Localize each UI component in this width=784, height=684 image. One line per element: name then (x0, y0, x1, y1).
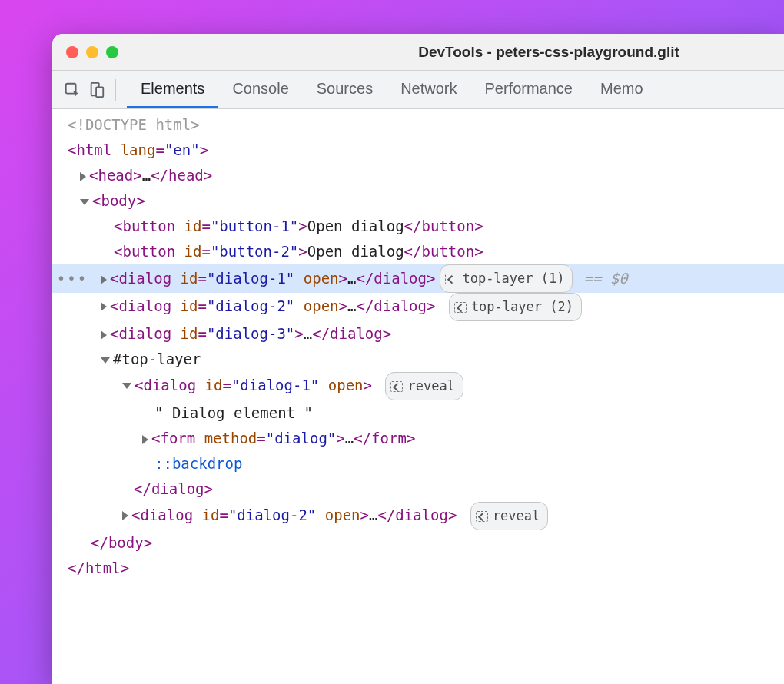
close-window-button[interactable] (66, 46, 78, 58)
tab-network[interactable]: Network (387, 71, 470, 108)
dom-body-close[interactable]: </body> (52, 530, 784, 556)
tab-sources[interactable]: Sources (303, 71, 387, 108)
dom-tl-dialog-1-open[interactable]: <dialog id="dialog-1" open> reveal (52, 372, 784, 400)
devtools-window: DevTools - peters-css-playground.glit El… (52, 34, 784, 684)
dom-tl-dialog-text[interactable]: " Dialog element " (52, 400, 784, 426)
device-toolbar-icon[interactable] (86, 79, 108, 101)
expand-arrow-icon[interactable] (101, 302, 107, 311)
expand-arrow-icon[interactable] (101, 330, 107, 340)
reveal-icon (445, 274, 457, 284)
reveal-badge[interactable]: reveal (470, 502, 548, 530)
expand-arrow-icon[interactable] (80, 172, 86, 181)
dom-button-2[interactable]: <button id="button-2">Open dialog</butto… (52, 239, 784, 264)
dom-body-open[interactable]: <body> (52, 188, 784, 214)
dom-tl-form[interactable]: <form method="dialog">…</form> (52, 426, 784, 451)
dom-html-close[interactable]: </html> (52, 556, 784, 581)
svg-rect-2 (96, 87, 103, 97)
dom-tl-dialog-1-close[interactable]: </dialog> (52, 476, 784, 502)
collapse-arrow-icon[interactable] (122, 383, 131, 389)
selection-indicator: ••• (52, 266, 92, 291)
tab-elements[interactable]: Elements (127, 71, 218, 108)
elements-tree[interactable]: <!DOCTYPE html> <html lang="en"> <head>…… (52, 109, 784, 684)
window-title: DevTools - peters-css-playground.glit (327, 44, 770, 61)
tab-console[interactable]: Console (218, 71, 302, 108)
top-layer-badge[interactable]: top-layer (2) (449, 293, 582, 321)
console-reference: == $0 (583, 266, 627, 291)
reveal-badge[interactable]: reveal (385, 372, 463, 400)
dom-dialog-1-selected[interactable]: ••• <dialog id="dialog-1" open>…</dialog… (52, 264, 784, 293)
collapse-arrow-icon[interactable] (80, 199, 89, 205)
titlebar: DevTools - peters-css-playground.glit (52, 34, 784, 71)
inspect-element-icon[interactable] (61, 79, 83, 101)
toolbar-divider (115, 79, 116, 101)
expand-arrow-icon[interactable] (122, 511, 128, 520)
expand-arrow-icon[interactable] (142, 435, 148, 444)
window-controls (66, 46, 118, 58)
tab-memory[interactable]: Memo (586, 71, 657, 108)
expand-arrow-icon[interactable] (101, 275, 107, 284)
maximize-window-button[interactable] (106, 46, 118, 58)
panel-tabs: Elements Console Sources Network Perform… (127, 71, 657, 108)
collapse-arrow-icon[interactable] (101, 357, 110, 364)
reveal-icon (476, 511, 488, 522)
dom-backdrop-pseudo[interactable]: ::backdrop (52, 451, 784, 476)
dom-top-layer[interactable]: #top-layer (52, 347, 784, 372)
reveal-icon (454, 302, 467, 313)
dom-tl-dialog-2[interactable]: <dialog id="dialog-2" open>…</dialog> re… (52, 502, 784, 530)
dom-dialog-2[interactable]: <dialog id="dialog-2" open>…</dialog> to… (52, 293, 784, 321)
dom-button-1[interactable]: <button id="button-1">Open dialog</butto… (52, 214, 784, 239)
dom-doctype[interactable]: <!DOCTYPE html> (52, 112, 784, 138)
dom-html-open[interactable]: <html lang="en"> (52, 138, 784, 163)
dom-head[interactable]: <head>…</head> (52, 163, 784, 188)
top-layer-badge[interactable]: top-layer (1) (440, 264, 573, 293)
minimize-window-button[interactable] (86, 46, 98, 58)
reveal-icon (390, 381, 403, 392)
dom-dialog-3[interactable]: <dialog id="dialog-3">…</dialog> (52, 321, 784, 347)
tab-performance[interactable]: Performance (471, 71, 587, 108)
devtools-toolbar: Elements Console Sources Network Perform… (52, 71, 784, 109)
